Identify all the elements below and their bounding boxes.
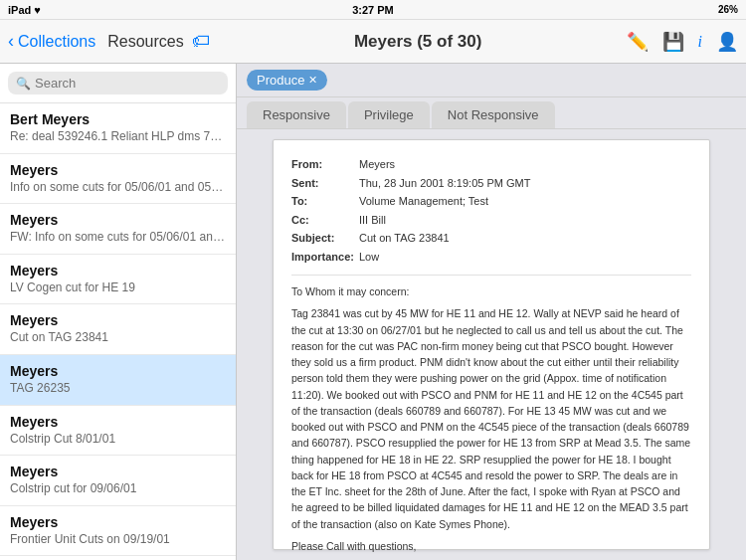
status-right: 26%	[718, 4, 738, 15]
email-closing: Please Call with questions,	[291, 538, 691, 554]
save-icon[interactable]: 💾	[662, 31, 684, 53]
email-header-row: Importance:Low	[291, 249, 691, 266]
list-item-title: Meyers	[10, 212, 226, 228]
list-item[interactable]: Meyers Cut on TAG 23841	[0, 304, 236, 355]
list-area: Bert Meyers Re: deal 539246.1 Reliant HL…	[0, 103, 236, 560]
email-header-row: Cc:III Bill	[291, 212, 691, 229]
list-item-subtitle: FW: Info on some cuts for 05/06/01 and 0…	[10, 230, 226, 246]
search-input-wrap[interactable]: 🔍	[8, 72, 228, 94]
email-header-value: Cut on TAG 23841	[359, 230, 450, 247]
email-header-value: Thu, 28 Jun 2001 8:19:05 PM GMT	[359, 175, 530, 192]
list-item-title: Meyers	[10, 363, 226, 379]
back-arrow-icon[interactable]: ‹	[8, 31, 14, 52]
list-item-title: Meyers	[10, 414, 226, 430]
list-item-subtitle: Colstrip cut for 09/06/01	[10, 481, 226, 497]
email-headers: From:MeyersSent:Thu, 28 Jun 2001 8:19:05…	[291, 156, 691, 265]
email-header-label: Sent:	[291, 175, 359, 192]
email-divider	[291, 275, 691, 276]
list-item-subtitle: LV Cogen cut for HE 19	[10, 280, 226, 296]
list-item-subtitle: Colstrip Cut 8/01/01	[10, 432, 226, 448]
search-icon: 🔍	[16, 77, 31, 91]
battery-label: 26%	[718, 4, 738, 15]
nav-title: Meyers (5 of 30)	[354, 32, 482, 52]
email-header-row: Sent:Thu, 28 Jun 2001 8:19:05 PM GMT	[291, 175, 691, 192]
tab-privilege[interactable]: Privilege	[348, 101, 430, 128]
list-item-title: Meyers	[10, 514, 226, 530]
list-item-subtitle: Info on some cuts for 05/06/01 and 05/07…	[10, 180, 226, 196]
list-item-title: Meyers	[10, 464, 226, 479]
list-item[interactable]: Williams III Epmi Cal Pool Deal Entry-BU…	[0, 556, 236, 560]
email-header-label: Importance:	[291, 249, 359, 266]
list-item-subtitle: Frontier Unit Cuts on 09/19/01	[10, 532, 226, 548]
email-viewer: From:MeyersSent:Thu, 28 Jun 2001 8:19:05…	[237, 129, 746, 560]
email-header-label: Subject:	[291, 230, 359, 247]
info-icon[interactable]: i	[698, 33, 702, 51]
tag-bar: Produce ✕	[237, 64, 746, 97]
edit-icon[interactable]: ✏️	[627, 31, 649, 53]
list-item-subtitle: TAG 26235	[10, 381, 226, 397]
tab-not-responsive[interactable]: Not Responsive	[432, 101, 555, 128]
tag-chip-label: Produce	[257, 73, 304, 88]
email-salutation: To Whom it may concern:	[291, 283, 691, 299]
search-input[interactable]	[35, 76, 220, 91]
nav-current-section: Resources	[107, 33, 183, 51]
list-item[interactable]: Meyers Frontier Unit Cuts on 09/19/01	[0, 506, 236, 557]
email-header-value: Volume Management; Test	[359, 193, 488, 210]
status-left: iPad ♥	[8, 4, 41, 16]
tag-icon[interactable]: 🏷	[192, 31, 210, 52]
list-item-title: Bert Meyers	[10, 111, 226, 127]
ipad-label: iPad ♥	[8, 4, 41, 16]
email-header-label: Cc:	[291, 212, 359, 229]
nav-left: ‹ Collections Resources 🏷	[8, 31, 210, 52]
email-header-row: To:Volume Management; Test	[291, 193, 691, 210]
list-item[interactable]: Meyers TAG 26235	[0, 355, 236, 406]
email-body-text: Tag 23841 was cut by 45 MW for HE 11 and…	[291, 305, 691, 532]
list-item-title: Meyers	[10, 312, 226, 328]
person-icon[interactable]: 👤	[716, 31, 738, 53]
search-bar: 🔍	[0, 64, 236, 103]
detail-pane: Produce ✕ ResponsivePrivilegeNot Respons…	[237, 64, 746, 560]
email-body: To Whom it may concern: Tag 23841 was cu…	[291, 283, 691, 560]
email-header-label: From:	[291, 156, 359, 173]
list-item-title: Meyers	[10, 263, 226, 279]
status-bar: iPad ♥ 3:27 PM 26%	[0, 0, 746, 20]
email-header-value: Low	[359, 249, 379, 266]
nav-bar: ‹ Collections Resources 🏷 Meyers (5 of 3…	[0, 20, 746, 64]
list-item[interactable]: Meyers FW: Info on some cuts for 05/06/0…	[0, 204, 236, 255]
email-header-value: Meyers	[359, 156, 395, 173]
tab-responsive[interactable]: Responsive	[247, 101, 346, 128]
tag-chip-close-icon[interactable]: ✕	[308, 74, 317, 87]
email-header-row: Subject:Cut on TAG 23841	[291, 230, 691, 247]
sidebar: 🔍 Bert Meyers Re: deal 539246.1 Reliant …	[0, 64, 237, 560]
list-item[interactable]: Bert Meyers Re: deal 539246.1 Reliant HL…	[0, 103, 236, 154]
main-layout: 🔍 Bert Meyers Re: deal 539246.1 Reliant …	[0, 64, 746, 560]
list-item-subtitle: Cut on TAG 23841	[10, 330, 226, 346]
list-item[interactable]: Meyers Colstrip Cut 8/01/01	[0, 406, 236, 457]
list-item-subtitle: Re: deal 539246.1 Reliant HLP dms 7634/7…	[10, 129, 226, 145]
back-collections-label[interactable]: Collections	[18, 33, 95, 51]
email-header-label: To:	[291, 193, 359, 210]
email-header-row: From:Meyers	[291, 156, 691, 173]
list-item[interactable]: Meyers LV Cogen cut for HE 19	[0, 255, 236, 305]
tabs-bar: ResponsivePrivilegeNot Responsive	[237, 97, 746, 129]
email-header-value: III Bill	[359, 212, 386, 229]
list-item[interactable]: Meyers Info on some cuts for 05/06/01 an…	[0, 154, 236, 205]
nav-right: ✏️ 💾 i 👤	[627, 31, 738, 53]
list-item[interactable]: Meyers Colstrip cut for 09/06/01	[0, 456, 236, 506]
status-time: 3:27 PM	[352, 4, 394, 16]
list-item-title: Meyers	[10, 162, 226, 178]
email-card: From:MeyersSent:Thu, 28 Jun 2001 8:19:05…	[273, 139, 710, 550]
produce-tag-chip[interactable]: Produce ✕	[247, 70, 327, 91]
